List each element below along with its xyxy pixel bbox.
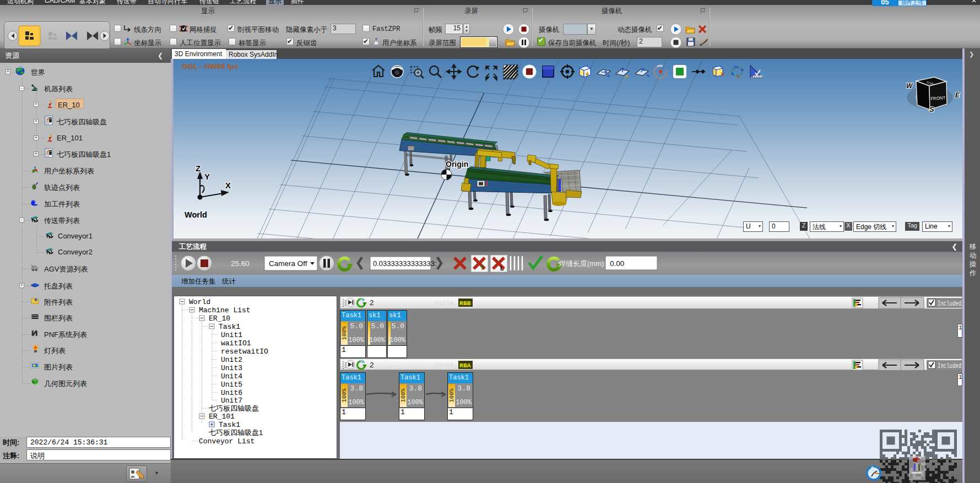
svg-text:2: 2 [370, 299, 374, 307]
svg-text:Unit2: Unit2 [221, 356, 242, 364]
svg-text:Unit7: Unit7 [221, 397, 242, 405]
svg-text:Unit6: Unit6 [221, 389, 242, 397]
svg-text:Task1: Task1 [219, 421, 240, 429]
svg-text:0.00: 0.00 [610, 259, 624, 268]
svg-text:T: T [480, 264, 484, 271]
svg-text:Z: Z [196, 164, 201, 173]
svg-text:Included: Included [938, 300, 961, 308]
svg-text:Cycle: Cycle [435, 362, 453, 368]
svg-text:Unit5: Unit5 [221, 381, 242, 389]
svg-text:Origin: Origin [446, 160, 468, 169]
svg-text:L: L [500, 265, 504, 272]
svg-text:E: E [955, 91, 960, 99]
svg-text:七巧板四轴吸盘1: 七巧板四轴吸盘1 [209, 428, 263, 437]
svg-text:World: World [185, 210, 207, 219]
svg-text:Conveyor List: Conveyor List [199, 437, 255, 446]
svg-text:2: 2 [370, 361, 374, 369]
svg-text:resetwaitIO: resetwaitIO [221, 348, 268, 356]
svg-text:X: X [225, 181, 231, 190]
svg-text:Task1: Task1 [219, 323, 240, 331]
svg-text:Unit3: Unit3 [221, 364, 242, 372]
svg-text:Camera Off: Camera Off [269, 259, 307, 268]
svg-text:ER_101: ER_101 [209, 413, 235, 421]
svg-text:25.60: 25.60 [231, 259, 250, 268]
svg-text:Cycle: Cycle [435, 300, 453, 306]
svg-text:RBB: RBB [459, 300, 471, 307]
svg-text:Included: Included [938, 362, 961, 370]
svg-text:W: W [906, 82, 913, 90]
svg-text:0.03333333333333:: 0.03333333333333: [373, 259, 437, 268]
svg-text:FRONT: FRONT [930, 95, 946, 101]
svg-text:waitIO1: waitIO1 [221, 339, 251, 348]
svg-text:RBA: RBA [459, 362, 471, 369]
svg-text:World: World [189, 298, 210, 306]
svg-text:ER_10: ER_10 [209, 314, 230, 323]
svg-text:Y: Y [204, 172, 210, 181]
svg-text:七巧板四轴吸盘: 七巧板四轴吸盘 [209, 404, 259, 413]
svg-text:Unit4: Unit4 [221, 372, 242, 381]
svg-text:OGL - HW66 fps: OGL - HW66 fps [182, 62, 239, 70]
svg-text:S: S [929, 105, 934, 113]
svg-text:Unit1: Unit1 [221, 331, 242, 339]
svg-text:焊缝长度(mm):: 焊缝长度(mm): [558, 259, 606, 268]
svg-text:Machine List: Machine List [199, 306, 251, 314]
